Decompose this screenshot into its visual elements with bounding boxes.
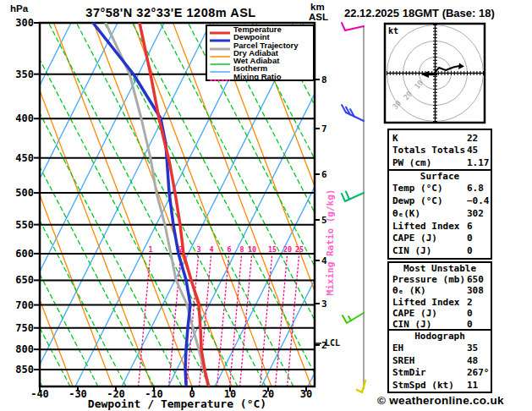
table-row-label: Lifted Index bbox=[392, 297, 459, 308]
table-row-value: 35 bbox=[467, 342, 478, 355]
table-row-label: K bbox=[392, 133, 398, 144]
legend-item-label: Mixing Ratio bbox=[233, 73, 281, 81]
datetime-label: 22.12.2025 18GMT (Base: 18) bbox=[344, 7, 495, 19]
km-tick-label: 3 bbox=[321, 299, 327, 310]
mixing-ratio-line bbox=[288, 254, 299, 386]
pressure-tick-label: 750 bbox=[5, 322, 34, 334]
table-row-value: 650 bbox=[467, 274, 484, 285]
table-row-label: SREH bbox=[392, 355, 415, 366]
table-row: StmSpd (kt)11 bbox=[389, 380, 491, 392]
wet-adiabat-line bbox=[20, 23, 210, 386]
table-row: θₑ(K)302 bbox=[389, 208, 491, 221]
table-row-value: 48 bbox=[467, 355, 478, 368]
table-row-value: 1.17 bbox=[467, 157, 490, 170]
table-row-label: Totals Totals bbox=[392, 145, 465, 156]
table-row-label: StmDir bbox=[392, 367, 426, 378]
table-row-label: CAPE (J) bbox=[392, 308, 437, 319]
pressure-tick-label: 450 bbox=[5, 152, 34, 164]
table-row-value: 11 bbox=[467, 380, 478, 392]
hodograph bbox=[385, 24, 485, 123]
temperature-tick-label: 10 bbox=[224, 388, 236, 400]
pressure-tick-label: 300 bbox=[5, 17, 34, 29]
table-row-value: 0 bbox=[467, 233, 473, 245]
altitude-axis-unit-km: km bbox=[310, 2, 325, 12]
pressure-axis-unit-label: hPa bbox=[10, 3, 28, 14]
station-title: 37°58'N 32°33'E 1208m ASL bbox=[40, 6, 302, 19]
table-row-value: 22 bbox=[467, 133, 478, 145]
lcl-marker-label: LCL bbox=[325, 338, 340, 348]
table-row-value: 2 bbox=[467, 297, 473, 308]
table-row: Lifted Index6 bbox=[389, 221, 491, 233]
pressure-tick-label: 500 bbox=[5, 187, 34, 199]
table-row: Pressure (mb)650 bbox=[389, 274, 491, 285]
copyright: © weatheronline.co.uk bbox=[377, 394, 504, 407]
table-row-value: 0 bbox=[467, 308, 473, 319]
mixing-ratio-value-label: 2 bbox=[178, 245, 183, 254]
pressure-tick-label: 400 bbox=[5, 112, 34, 124]
pressure-tick-label: 350 bbox=[5, 68, 34, 80]
temperature-tick-label: -10 bbox=[145, 388, 163, 400]
mixing-ratio-value-label: 20 bbox=[283, 245, 292, 254]
indices-table-section: Most UnstablePressure (mb)650θₑ (K)308Li… bbox=[387, 261, 492, 332]
table-row: Dewp (°C)−0.4 bbox=[389, 195, 491, 208]
isotherm-line bbox=[29, 23, 211, 386]
table-row-value: 45 bbox=[467, 145, 478, 157]
mixing-ratio-line bbox=[230, 254, 242, 386]
mixing-ratio-value-label: 25 bbox=[295, 245, 304, 254]
temperature-tick-label: 20 bbox=[262, 388, 274, 400]
table-row-label: Dewp (°C) bbox=[392, 195, 443, 206]
km-tick-label: 7 bbox=[321, 123, 327, 134]
table-row-label: CAPE (J) bbox=[392, 233, 437, 244]
table-row-value: 267° bbox=[467, 367, 490, 380]
temperature-tick-label: -20 bbox=[107, 388, 125, 400]
table-row-label: θₑ (K) bbox=[392, 285, 426, 296]
table-row-label: PW (cm) bbox=[392, 157, 431, 168]
sounding-curves bbox=[93, 23, 209, 385]
table-row: K22 bbox=[389, 133, 491, 145]
table-row-value: 308 bbox=[467, 285, 484, 296]
temperature-tick-label: 0 bbox=[189, 388, 195, 400]
table-row: Totals Totals45 bbox=[389, 145, 491, 157]
mixing-ratio-line bbox=[217, 254, 229, 386]
table-row-label: CIN (J) bbox=[392, 245, 431, 256]
temperature-tick-label: -40 bbox=[30, 388, 49, 400]
wind-barb-icon bbox=[343, 313, 364, 323]
mixing-ratio-value-label: 10 bbox=[248, 245, 256, 254]
table-section-title: Surface bbox=[389, 171, 491, 184]
indices-table-section: HodographEH35SREH48StmDir267°StmSpd (kt)… bbox=[387, 329, 492, 394]
temperature-tick-label: 30 bbox=[300, 388, 312, 400]
table-row-value: −0.4 bbox=[467, 195, 490, 208]
wind-barb-icon bbox=[357, 381, 365, 392]
table-row-value: 6.8 bbox=[467, 183, 484, 195]
table-row-label: Temp (°C) bbox=[392, 183, 443, 194]
wind-barbs bbox=[342, 23, 365, 392]
wind-barb-icon bbox=[342, 23, 364, 30]
table-row-value: 0 bbox=[467, 245, 473, 258]
table-row: SREH48 bbox=[389, 355, 491, 368]
table-section-title: Hodograph bbox=[389, 331, 491, 343]
table-row-label: Pressure (mb) bbox=[392, 274, 465, 285]
mixing-ratio-line bbox=[261, 254, 272, 386]
table-row: CIN (J)0 bbox=[389, 245, 491, 258]
table-row-label: θₑ(K) bbox=[392, 208, 420, 219]
mixing_ratio-swatch-icon bbox=[210, 77, 230, 84]
mixing-ratio-value-label: 3 bbox=[196, 245, 200, 254]
km-tick-label: 2 bbox=[321, 340, 327, 351]
indices-table-section: SurfaceTemp (°C)6.8Dewp (°C)−0.4θₑ(K)302… bbox=[387, 169, 492, 260]
table-row: PW (cm)1.17 bbox=[389, 157, 491, 170]
mixing-ratio-value-label: 1 bbox=[148, 245, 152, 254]
table-row: CAPE (J)0 bbox=[389, 308, 491, 319]
sounding-screenshot: hPa 37°58'N 32°33'E 1208m ASL km ASL 22.… bbox=[0, 0, 532, 411]
mixing-ratio-value-label: 4 bbox=[209, 245, 213, 254]
legend-item: Mixing Ratio bbox=[207, 74, 313, 81]
table-row-value: 302 bbox=[467, 208, 484, 221]
table-row: Temp (°C)6.8 bbox=[389, 183, 491, 195]
table-row: EH35 bbox=[389, 342, 491, 355]
table-row-label: EH bbox=[392, 342, 403, 353]
mixing-ratio-value-label: 15 bbox=[268, 245, 277, 254]
table-row-value: 6 bbox=[467, 221, 473, 233]
km-tick-label: 4 bbox=[321, 255, 327, 266]
pressure-tick-label: 800 bbox=[5, 343, 34, 355]
km-tick-label: 6 bbox=[321, 169, 327, 180]
temperature-tick-label: -30 bbox=[69, 388, 87, 400]
